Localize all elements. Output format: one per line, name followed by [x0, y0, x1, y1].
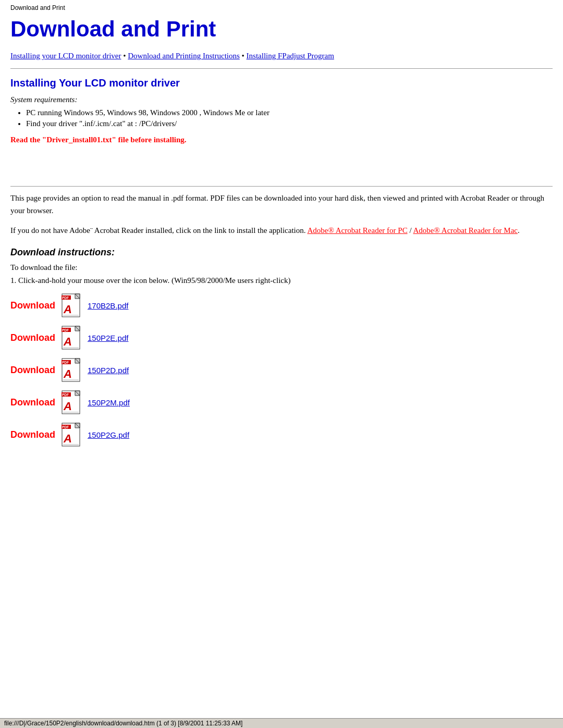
- breadcrumb-link-lcd[interactable]: Installing your LCD monitor driver: [10, 52, 121, 60]
- svg-text:PDF: PDF: [62, 361, 69, 364]
- breadcrumb-link-fpadjust[interactable]: Installing FPadjust Program: [247, 52, 334, 60]
- breadcrumb-link-download[interactable]: Download and Printing Instructions: [128, 52, 240, 60]
- pdf-icon[interactable]: PDF A: [62, 390, 83, 415]
- divider-2: [10, 186, 553, 187]
- browser-tab: Download and Print: [10, 4, 553, 11]
- download-label: Download: [10, 365, 57, 376]
- divider-1: [10, 68, 553, 69]
- download-list: Download PDF A 170B2B.pdfDownload PDF: [10, 293, 553, 448]
- download-row: Download PDF A 150P2G.pdf: [10, 423, 553, 448]
- svg-text:A: A: [63, 432, 72, 445]
- spacer: [10, 150, 553, 181]
- svg-text:A: A: [63, 367, 72, 380]
- click-hold-text: 1. Click-and-hold your mouse over the ic…: [10, 276, 553, 285]
- acrobat-para: If you do not have Adobe¨ Acrobat Reader…: [10, 224, 553, 237]
- pdf-icon[interactable]: PDF A: [62, 326, 83, 351]
- download-label: Download: [10, 300, 57, 311]
- pdf-intro: This page provides an option to read the…: [10, 192, 553, 217]
- download-row: Download PDF A 170B2B.pdf: [10, 293, 553, 318]
- acrobat-link-mac[interactable]: Adobe® Acrobat Reader for Mac: [413, 226, 518, 235]
- download-label: Download: [10, 429, 57, 440]
- page-title: Download and Print: [10, 17, 553, 42]
- download-instructions-title: Download instructions:: [10, 247, 553, 258]
- sys-req-list: PC running Windows 95, Windows 98, Windo…: [26, 108, 553, 128]
- svg-text:PDF: PDF: [62, 296, 69, 300]
- to-download-text: To download the file:: [10, 263, 553, 272]
- breadcrumb: Installing your LCD monitor driver • Dow…: [10, 50, 553, 62]
- breadcrumb-sep-1: •: [121, 52, 128, 60]
- pdf-file-link[interactable]: 170B2B.pdf: [88, 301, 128, 310]
- pdf-file-link[interactable]: 150P2G.pdf: [88, 430, 129, 439]
- acrobat-link-pc[interactable]: Adobe® Acrobat Reader for PC: [307, 226, 407, 235]
- svg-text:A: A: [63, 400, 72, 413]
- download-label: Download: [10, 397, 57, 408]
- svg-text:PDF: PDF: [62, 425, 69, 429]
- svg-text:A: A: [63, 335, 72, 348]
- breadcrumb-sep-2: •: [240, 52, 247, 60]
- pdf-file-link[interactable]: 150P2D.pdf: [88, 366, 129, 375]
- pdf-icon[interactable]: PDF A: [62, 293, 83, 318]
- sys-req-label: System requirements:: [10, 95, 553, 104]
- download-row: Download PDF A 150P2E.pdf: [10, 326, 553, 351]
- pdf-icon[interactable]: PDF A: [62, 423, 83, 448]
- req-item-1: PC running Windows 95, Windows 98, Windo…: [26, 108, 553, 117]
- acrobat-text-after: .: [518, 226, 520, 235]
- lcd-section-title: Installing Your LCD monitor driver: [10, 77, 553, 89]
- read-warning: Read the "Driver_install01.txt" file bef…: [10, 135, 553, 144]
- pdf-file-link[interactable]: 150P2M.pdf: [88, 398, 130, 407]
- svg-text:PDF: PDF: [62, 328, 69, 332]
- acrobat-text-before: If you do not have Adobe¨ Acrobat Reader…: [10, 226, 307, 235]
- pdf-file-link[interactable]: 150P2E.pdf: [88, 334, 128, 342]
- pdf-icon[interactable]: PDF A: [62, 358, 83, 383]
- acrobat-sep: /: [408, 226, 413, 235]
- download-label: Download: [10, 332, 57, 343]
- download-row: Download PDF A 150P2M.pdf: [10, 390, 553, 415]
- download-row: Download PDF A 150P2D.pdf: [10, 358, 553, 383]
- req-item-2: Find your driver ".inf/.icm/.cat" at : /…: [26, 119, 553, 128]
- svg-text:A: A: [63, 303, 72, 316]
- svg-text:PDF: PDF: [62, 393, 69, 397]
